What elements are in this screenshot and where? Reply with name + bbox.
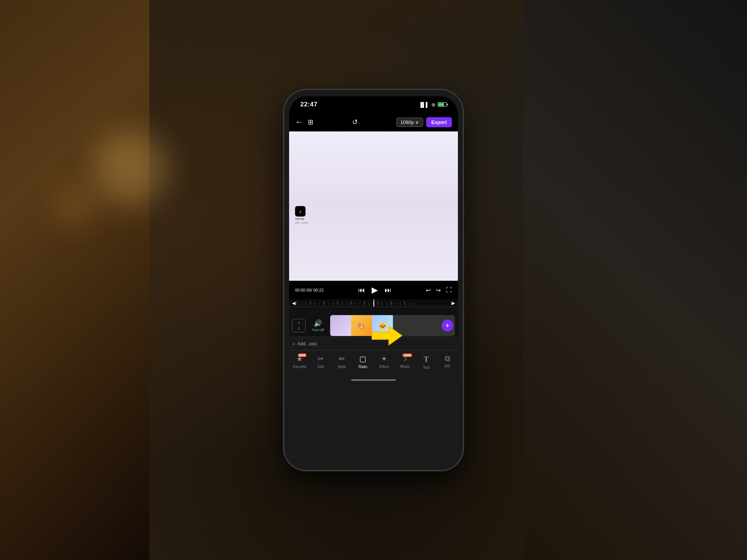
tiktok-handle: @ai_studio [295,221,308,224]
status-notch [351,96,396,108]
tracks-row: ↑↓ 🔊 Turn Off 🎨 🐱 + [289,307,458,337]
add-music-bar[interactable]: + Add...usic [289,337,458,350]
nav-item-edit[interactable]: ✂ Edit [310,354,332,369]
battery-icon [438,102,447,107]
ruler-mark [301,303,306,305]
nav-item-effect[interactable]: ✦ Effect [374,354,395,369]
tiktok-text: TikTok [295,217,308,221]
timeline-area: ◀ [289,299,458,337]
redo-button[interactable]: ↪ [436,287,441,294]
play-button[interactable]: ▶ [372,285,378,295]
track-move-up-button[interactable]: ↑↓ [292,319,306,332]
time-separator: 00/ [307,288,312,292]
ruler-mark [337,301,342,305]
refresh-button[interactable]: ↺ [352,118,358,126]
timeline-ruler: ◀ [289,299,458,307]
audio-turnoff-label[interactable]: Turn Off [312,328,324,332]
nav-item-style[interactable]: ✏ Style [331,354,353,369]
ruler-mark [351,301,355,305]
toolbar-left: ← ⊞ [295,117,313,127]
timeline-scroll-left[interactable]: ◀ [292,301,295,306]
video-thumbnail-3: 🐱 [372,315,393,336]
background-left-light [0,0,149,560]
ruler-mark [409,303,413,305]
back-button[interactable]: ← [295,117,303,127]
audio-control: 🔊 Turn Off [309,319,327,332]
add-music-label: Add...usic [297,341,317,346]
audio-icon: 🔊 [314,319,322,327]
tiktok-watermark: ♪ TikTok @ai_studio [295,206,308,224]
tiktok-logo: ♪ [295,206,306,217]
ruler-mark [387,303,391,305]
preview-canvas: ♪ TikTok @ai_studio [289,131,458,281]
tiktok-logo-symbol: ♪ [299,208,302,214]
ruler-mark [333,303,337,305]
export-button[interactable]: Export [426,117,452,127]
time-display: 00:00 00/ 00:22 [295,288,323,292]
resolution-button[interactable]: 1080p ∨ [396,118,423,127]
undo-button[interactable]: ↩ [426,287,431,294]
music-label: Music [400,364,410,368]
effect-label: Effect [379,365,389,369]
ruler-mark [328,303,333,305]
ruler-mark [405,301,409,305]
nav-item-music[interactable]: NEW ♪ Music [395,354,416,368]
music-badge: NEW [403,354,412,357]
ruler-mark [360,303,364,305]
ruler-mark [382,303,387,305]
ruler-mark [342,303,346,305]
toolbar-right: 1080p ∨ Export [396,117,452,127]
timeline-scroll-right[interactable]: ▶ [452,301,455,306]
ruler-mark [378,301,382,305]
battery-fill [438,103,444,106]
video-thumbnail-1 [330,315,351,336]
fullscreen-button[interactable]: ⛶ [446,287,452,293]
ruler-mark [396,303,400,305]
ruler-mark [355,303,360,305]
phone-device: 22:47 ▐▌▌ ⊛ ← ⊞ ↺ [284,90,463,470]
nav-item-ratio[interactable]: ▢ Ratio [353,354,374,369]
add-music-icon: + [292,341,295,347]
status-time: 22:47 [300,101,317,108]
favorite-label: Favorite [293,365,306,369]
background-right [523,0,747,560]
ruler-mark [306,303,310,305]
ruler-mark [319,303,324,305]
signal-icon: ▐▌▌ [419,102,429,108]
app-content: ← ⊞ ↺ 1080p ∨ Export ♪ [289,113,458,464]
favorite-badge: NEW [298,354,306,357]
style-label: Style [338,365,346,369]
grid-button[interactable]: ⊞ [308,118,313,126]
style-icon: ✏ [339,354,345,363]
ruler-mark [413,303,418,305]
home-indicator [351,379,396,381]
bokeh-light-1 [93,131,168,205]
ruler-mark [315,303,319,305]
nav-item-favorite[interactable]: NEW ★ Favorite [289,354,310,369]
ruler-mark [400,303,405,305]
effect-icon: ✦ [381,354,387,363]
phone-screen: 22:47 ▐▌▌ ⊛ ← ⊞ ↺ [289,96,458,464]
pip-icon: ⧉ [445,354,450,363]
skip-forward-button[interactable]: ⏭ [385,286,391,294]
pip-label: PIP [444,364,450,368]
text-label: Text [423,365,430,370]
ruler-mark [297,301,301,305]
playback-bar: 00:00 00/ 00:22 ⏮ ▶ ⏭ ↩ ↪ ⛶ [289,281,458,299]
add-clip-button[interactable]: + [441,320,453,332]
skip-back-button[interactable]: ⏮ [358,286,365,294]
ratio-icon: ▢ [359,354,366,363]
ruler-mark [310,301,315,305]
video-thumbnail-2: 🎨 [351,315,372,336]
nav-item-text[interactable]: T Text [416,354,437,370]
playback-right-controls: ↩ ↪ ⛶ [426,287,452,294]
ratio-label: Ratio [359,365,367,369]
ruler-mark [324,301,328,305]
video-track[interactable]: 🎨 🐱 + [330,315,455,336]
phone-shell: 22:47 ▐▌▌ ⊛ ← ⊞ ↺ [284,90,463,470]
playback-controls: ⏮ ▶ ⏭ [358,285,391,295]
nav-item-pip[interactable]: ⧉ PIP [437,354,458,368]
text-icon: T [424,354,429,364]
ruler-mark [369,303,373,305]
track-move-controls: ↑↓ [292,319,306,332]
